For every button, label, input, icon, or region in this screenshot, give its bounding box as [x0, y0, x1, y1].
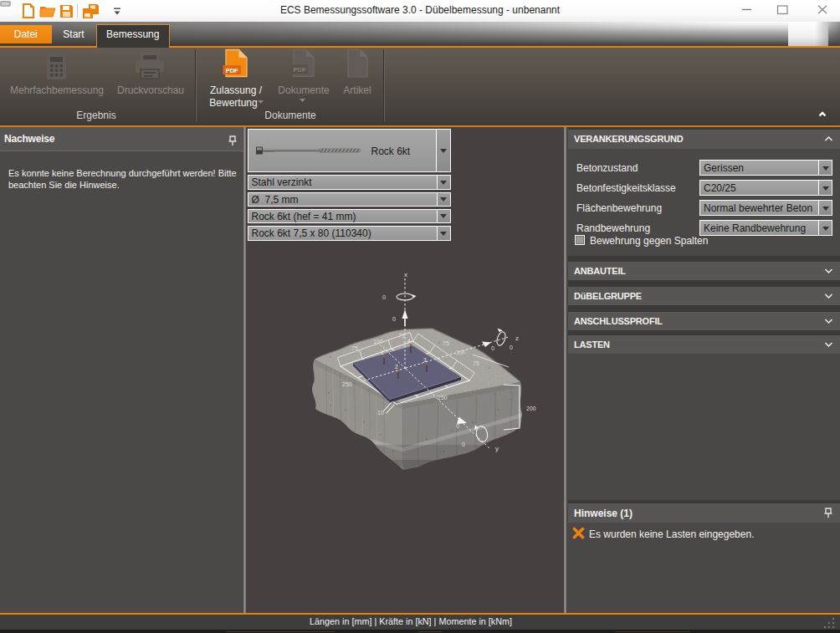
- svg-text:x: x: [404, 271, 407, 278]
- svg-text:PDF: PDF: [294, 66, 306, 74]
- svg-text:0: 0: [491, 345, 494, 351]
- svg-text:0: 0: [462, 442, 465, 447]
- svg-text:0: 0: [392, 316, 396, 322]
- svg-text:75: 75: [398, 333, 405, 339]
- svg-text:0: 0: [510, 345, 513, 350]
- svg-text:10: 10: [377, 410, 384, 416]
- svg-text:2: 2: [395, 364, 398, 370]
- svg-text:4: 4: [407, 338, 411, 344]
- svg-text:y: y: [495, 445, 499, 452]
- svg-text:75: 75: [443, 340, 449, 346]
- svg-text:PDF: PDF: [226, 67, 238, 74]
- svg-text:100: 100: [373, 339, 383, 345]
- svg-text:z: z: [515, 334, 519, 342]
- svg-text:200: 200: [526, 406, 536, 411]
- svg-text:1: 1: [381, 350, 384, 355]
- svg-text:75: 75: [351, 345, 358, 351]
- svg-text:100: 100: [456, 350, 466, 355]
- svg-text:0: 0: [382, 294, 386, 300]
- svg-text:0: 0: [456, 423, 459, 429]
- svg-text:75: 75: [473, 360, 479, 366]
- svg-text:250: 250: [438, 395, 448, 401]
- svg-text:250: 250: [342, 381, 352, 387]
